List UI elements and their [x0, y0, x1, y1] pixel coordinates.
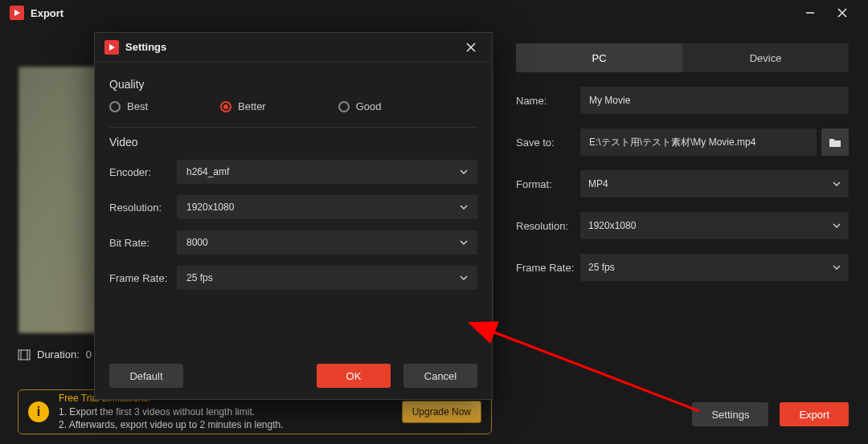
tab-device[interactable]: Device: [682, 43, 849, 72]
cancel-button[interactable]: Cancel: [403, 364, 477, 388]
svg-marker-0: [14, 10, 20, 16]
save-to-label: Save to:: [516, 136, 580, 149]
settings-modal: Settings Quality Best Better Good Video …: [94, 32, 493, 400]
modal-framerate-select[interactable]: 25 fps: [177, 266, 477, 290]
modal-framerate-label: Frame Rate:: [109, 272, 177, 284]
resolution-value: 1920x1080: [588, 220, 636, 231]
framerate-select[interactable]: 25 fps: [580, 254, 849, 281]
info-icon: i: [28, 401, 49, 422]
framerate-value: 25 fps: [588, 262, 615, 273]
modal-title: Settings: [125, 41, 460, 53]
title-bar: Export: [0, 0, 868, 26]
video-header: Video: [109, 136, 477, 149]
format-label: Format:: [516, 178, 580, 190]
svg-rect-4: [18, 350, 30, 360]
app-icon: [10, 6, 24, 20]
export-button[interactable]: Export: [780, 402, 849, 426]
modal-close-button[interactable]: [460, 36, 482, 59]
minimize-button[interactable]: [794, 0, 826, 26]
encoder-select[interactable]: h264_amf: [177, 160, 477, 184]
chevron-down-icon: [833, 223, 841, 228]
quality-header: Quality: [109, 78, 477, 91]
modal-resolution-label: Resolution:: [109, 202, 177, 214]
export-form: PC Device Name: Save to: Format: MP4 Res…: [506, 26, 868, 444]
minimize-icon: [805, 8, 815, 18]
chevron-down-icon: [833, 265, 841, 270]
quality-best-radio[interactable]: Best: [109, 100, 148, 112]
default-button[interactable]: Default: [109, 364, 183, 388]
name-input[interactable]: [580, 87, 849, 114]
chevron-down-icon: [833, 181, 841, 186]
tab-pc[interactable]: PC: [516, 43, 682, 72]
ok-button[interactable]: OK: [317, 364, 391, 388]
duration-label: Duration:: [37, 348, 80, 360]
encoder-label: Encoder:: [109, 166, 177, 178]
duration-value: 0: [86, 348, 92, 360]
format-select[interactable]: MP4: [580, 170, 849, 198]
film-icon: [18, 349, 31, 360]
chevron-down-icon: [460, 169, 468, 174]
framerate-label: Frame Rate:: [516, 262, 580, 274]
chevron-down-icon: [460, 275, 468, 280]
app-icon: [104, 40, 119, 55]
settings-button[interactable]: Settings: [692, 402, 768, 426]
trial-line-1: 1. Export the first 3 videos without len…: [59, 405, 392, 419]
close-icon: [837, 8, 847, 18]
modal-resolution-select[interactable]: 1920x1080: [177, 195, 477, 219]
save-to-input[interactable]: [580, 128, 817, 156]
name-label: Name:: [516, 95, 580, 107]
window-title: Export: [31, 7, 794, 19]
folder-icon: [829, 136, 841, 148]
chevron-down-icon: [460, 240, 468, 245]
output-tabs: PC Device: [516, 43, 849, 72]
svg-marker-7: [109, 44, 115, 51]
bitrate-select[interactable]: 8000: [177, 230, 477, 255]
format-value: MP4: [588, 178, 608, 189]
quality-better-radio[interactable]: Better: [220, 100, 266, 112]
close-window-button[interactable]: [826, 0, 858, 26]
upgrade-button[interactable]: Upgrade Now: [402, 401, 481, 423]
quality-good-radio[interactable]: Good: [338, 100, 382, 112]
browse-folder-button[interactable]: [821, 128, 849, 156]
chevron-down-icon: [460, 205, 468, 210]
resolution-label: Resolution:: [516, 220, 580, 232]
close-icon: [466, 43, 476, 52]
resolution-select[interactable]: 1920x1080: [580, 212, 849, 239]
bitrate-label: Bit Rate:: [109, 237, 177, 249]
trial-line-2: 2. Afterwards, export video up to 2 minu…: [59, 418, 392, 432]
